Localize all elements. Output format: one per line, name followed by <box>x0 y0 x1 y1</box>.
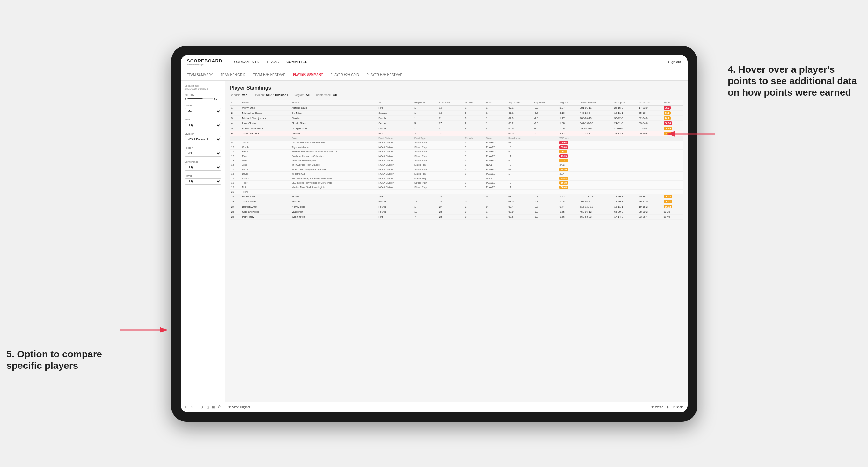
filter-gender-label: Gender: <box>230 93 240 97</box>
watch-button[interactable]: 👁 Watch <box>651 405 663 409</box>
event-row: 12Phich Southern Highlands Collegiate NC… <box>230 154 683 158</box>
gender-select[interactable]: Men Women <box>185 108 221 115</box>
watch-label: Watch <box>655 405 663 409</box>
logo-sub: Powered by clippi <box>187 63 222 66</box>
table-row: 23Jack LundinMissouriFourth 11240168.5-2… <box>230 199 683 204</box>
tablet-frame: SCOREBOARD Powered by clippi TOURNAMENTS… <box>171 45 697 422</box>
copy-button[interactable]: ⎘ <box>207 405 209 409</box>
logo-area: SCOREBOARD Powered by clippi <box>187 58 222 66</box>
event-row: 14Jake I The Cypress Point Classic NCAA … <box>230 162 683 167</box>
player-label: Player <box>185 175 221 177</box>
points[interactable]: 88.2 <box>662 105 683 110</box>
col-wins: Wins <box>485 100 507 105</box>
no-rds-label: No Rds. <box>185 93 221 96</box>
download-button[interactable]: ⬇ <box>666 405 669 409</box>
left-arrow <box>113 320 177 340</box>
event-row: 17Luke I SEC Match Play hosted by Jerry … <box>230 176 683 180</box>
share-label: Share <box>676 405 683 409</box>
event-row: 15Alex C Fallen Oak Collegiate Invitatio… <box>230 167 683 172</box>
no-rds-row: 4 52 <box>185 97 221 100</box>
filter-row: Gender: Men Division: NCAA Division I Re… <box>230 93 683 97</box>
region-select[interactable]: N/A <box>185 150 221 157</box>
col-yr: Yr <box>377 100 413 105</box>
col-record: Overall Record <box>578 100 612 105</box>
gender-label: Gender <box>185 104 221 107</box>
division-section: Division NCAA Division I <box>185 132 221 143</box>
year-select[interactable]: (All) <box>185 122 221 128</box>
event-row: 11Brent Wake Forest Invitational at Pine… <box>230 149 683 154</box>
tab-team-h2h-grid[interactable]: TEAM H2H GRID <box>221 70 245 79</box>
tab-team-summary[interactable]: TEAM SUMMARY <box>187 70 213 79</box>
event-row: 16David Williams Cup NCAA Division IMatc… <box>230 172 683 176</box>
nav-tournaments[interactable]: TOURNAMENTS <box>232 59 259 65</box>
filter-region-value: All <box>306 93 310 97</box>
bottom-toolbar: ↩ ↪ ⚙ ⎘ ⊞ ⏱ 👁 View: Original 👁 Watch ⬇ ↗… <box>181 402 688 412</box>
event-row: 13Marc Amer An Intercollegiate NCAA Divi… <box>230 158 683 162</box>
adj-score: 67.1 <box>507 105 532 110</box>
table-header-row: # Player School Yr Reg Rank Conf Rank No… <box>230 100 683 105</box>
gender-section: Gender Men Women <box>185 104 221 115</box>
table-row-highlighted: 6Jackson KohonAuburnFirst 2272267.5-2.02… <box>230 131 683 136</box>
tab-player-h2h-heatmap[interactable]: PLAYER H2H HEATMAP <box>367 70 402 79</box>
table-row: 25Cole SherwoodVanderbiltFourth 12230168… <box>230 209 683 214</box>
player-name: Wenyi Ding <box>240 105 290 110</box>
col-school: School <box>290 100 377 105</box>
filter-division-label: Division: <box>254 93 265 97</box>
vs25: 29-15-0 <box>613 105 637 110</box>
tab-player-summary[interactable]: PLAYER SUMMARY <box>293 70 323 80</box>
settings-button[interactable]: ⚙ <box>200 405 204 409</box>
col-player: Player <box>240 100 290 105</box>
nav-links: TOURNAMENTS TEAMS COMMITTEE <box>232 59 669 65</box>
wins: 1 <box>485 105 507 110</box>
tablet-screen: SCOREBOARD Powered by clippi TOURNAMENTS… <box>181 55 688 412</box>
conference-select[interactable]: (All) <box>185 164 221 170</box>
undo-button[interactable]: ↩ <box>185 405 187 409</box>
watch-icon: 👁 <box>651 405 654 409</box>
division-label: Division <box>185 132 221 135</box>
nav-committee[interactable]: COMMITTEE <box>286 59 307 65</box>
filter-division: Division: NCAA Division I <box>254 93 288 97</box>
toolbar-divider-2 <box>225 405 225 410</box>
conference-label: Conference <box>185 160 221 163</box>
reg-rank: 1 <box>413 105 438 110</box>
share-icon: ↗ <box>672 405 675 409</box>
record: 381-01-11 <box>578 105 612 110</box>
filter-conference: Conference: All <box>316 93 337 97</box>
tab-player-h2h-grid[interactable]: PLAYER H2H GRID <box>331 70 359 79</box>
table-row: 4Luke ClantonFlorida StateSecond 5272168… <box>230 121 683 126</box>
annotation-hover-points: 4. Hover over a player's points to see a… <box>728 64 862 98</box>
yr: First <box>377 105 413 110</box>
event-row: 18Tiger SEC Stroke Play hosted by Jerry … <box>230 180 683 185</box>
sign-out-button[interactable]: Sign out <box>668 60 681 64</box>
table-row: 26Petr HrubyWashingtonFifth 7230168.6-1.… <box>230 214 683 219</box>
no-rds-slider[interactable] <box>187 98 213 99</box>
no-rds-max: 52 <box>214 97 217 100</box>
share-button[interactable]: ↗ Share <box>672 405 683 409</box>
tab-team-h2h-heatmap[interactable]: TEAM H2H HEATMAP <box>253 70 285 79</box>
year-label: Year <box>185 118 221 121</box>
col-conf-rank: Conf Rank <box>438 100 464 105</box>
col-reg-rank: Reg Rank <box>413 100 438 105</box>
player-select[interactable]: (All) <box>185 178 221 185</box>
event-row: 9Jacob UNCW Seahawk Intercollegiate NCAA… <box>230 140 683 145</box>
page-title: Player Standings <box>230 85 683 91</box>
view-original-button[interactable]: 👁 View: Original <box>228 405 250 409</box>
region-section: Region N/A <box>185 146 221 157</box>
view-icon: 👁 <box>228 405 231 409</box>
event-header-row: Event Event Division Event Type Rounds S… <box>230 136 683 140</box>
sidebar: Update time: 27/01/2024 16:56:26 No Rds.… <box>181 81 225 402</box>
layout-button[interactable]: ⊞ <box>212 405 215 409</box>
logo-text: SCOREBOARD <box>187 58 222 63</box>
redo-button[interactable]: ↪ <box>191 405 193 409</box>
region-label: Region <box>185 146 221 149</box>
filter-conference-label: Conference: <box>316 93 332 97</box>
nav-teams[interactable]: TEAMS <box>267 59 279 65</box>
no-rds: 1 <box>464 105 485 110</box>
filter-gender: Gender: Men <box>230 93 248 97</box>
division-select[interactable]: NCAA Division I <box>185 136 221 143</box>
to-par: -3.2 <box>532 105 558 110</box>
clock-button[interactable]: ⏱ <box>218 405 221 409</box>
filter-division-value: NCAA Division I <box>266 93 288 97</box>
event-row: 10Gontb Tiger Invitational NCAA Division… <box>230 145 683 149</box>
school: Arizona State <box>290 105 377 110</box>
